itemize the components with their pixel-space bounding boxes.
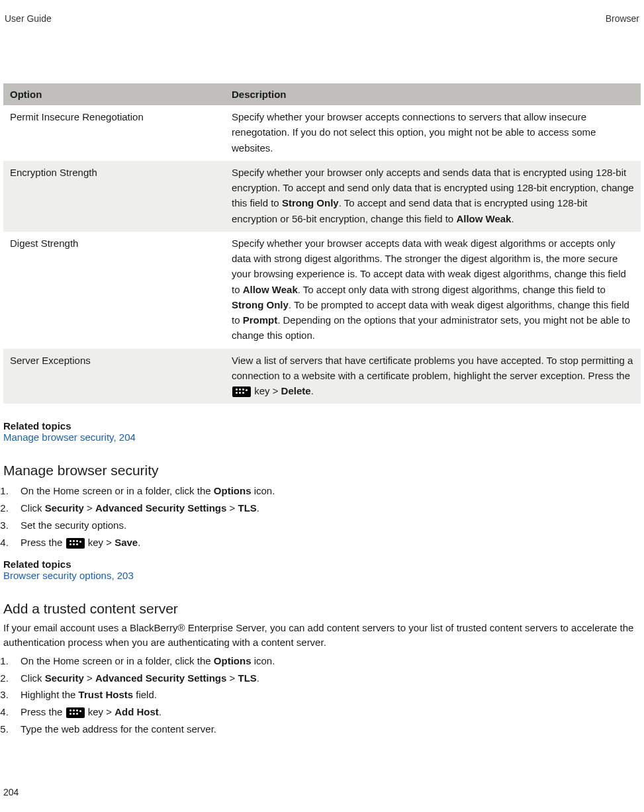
related-link[interactable]: Browser security options, 203 [3,570,134,581]
list-item: Click Security > Advanced Security Setti… [11,500,641,517]
table-row: Encryption Strength Specify whether your… [3,161,641,232]
description-cell: Specify whether your browser accepts dat… [225,232,641,349]
related-label: Related topics [3,420,641,431]
options-table: Option Description Permit Insecure Reneg… [3,83,641,404]
trusted-intro: If your email account uses a BlackBerry®… [3,621,641,650]
description-cell: Specify whether your browser accepts con… [225,105,641,161]
related-label: Related topics [3,559,641,570]
related-link[interactable]: Manage browser security, 204 [3,431,136,443]
heading-manage-browser-security: Manage browser security [3,463,641,478]
related-topics-1: Related topics Manage browser security, … [3,420,641,443]
trusted-server-steps: On the Home screen or in a folder, click… [3,653,641,738]
option-cell: Encryption Strength [3,161,225,232]
col-description: Description [225,83,641,105]
option-cell: Server Exceptions [3,349,225,404]
table-row: Digest Strength Specify whether your bro… [3,232,641,349]
blackberry-menu-icon [66,707,85,718]
list-item: Press the key > Add Host. [11,703,641,721]
description-cell: Specify whether your browser only accept… [225,161,641,232]
option-cell: Permit Insecure Renegotiation [3,105,225,161]
list-item: On the Home screen or in a folder, click… [11,653,641,670]
page-header: User Guide Browser [3,13,641,24]
table-row: Server Exceptions View a list of servers… [3,349,641,404]
list-item: Set the security options. [11,517,641,534]
blackberry-menu-icon [66,538,85,549]
header-left: User Guide [5,13,52,24]
related-topics-2: Related topics Browser security options,… [3,559,641,581]
description-cell: View a list of servers that have certifi… [225,349,641,404]
option-cell: Digest Strength [3,232,225,349]
col-option: Option [3,83,225,105]
list-item: On the Home screen or in a folder, click… [11,482,641,500]
table-row: Permit Insecure Renegotiation Specify wh… [3,105,641,161]
list-item: Type the web address for the content ser… [11,721,641,738]
manage-security-steps: On the Home screen or in a folder, click… [3,482,641,551]
list-item: Highlight the Trust Hosts field. [11,686,641,703]
heading-add-trusted-server: Add a trusted content server [3,601,641,617]
header-right: Browser [606,13,639,24]
blackberry-menu-icon [232,386,251,397]
list-item: Click Security > Advanced Security Setti… [11,670,641,687]
page-number: 204 [3,787,19,797]
list-item: Press the key > Save. [11,534,641,551]
